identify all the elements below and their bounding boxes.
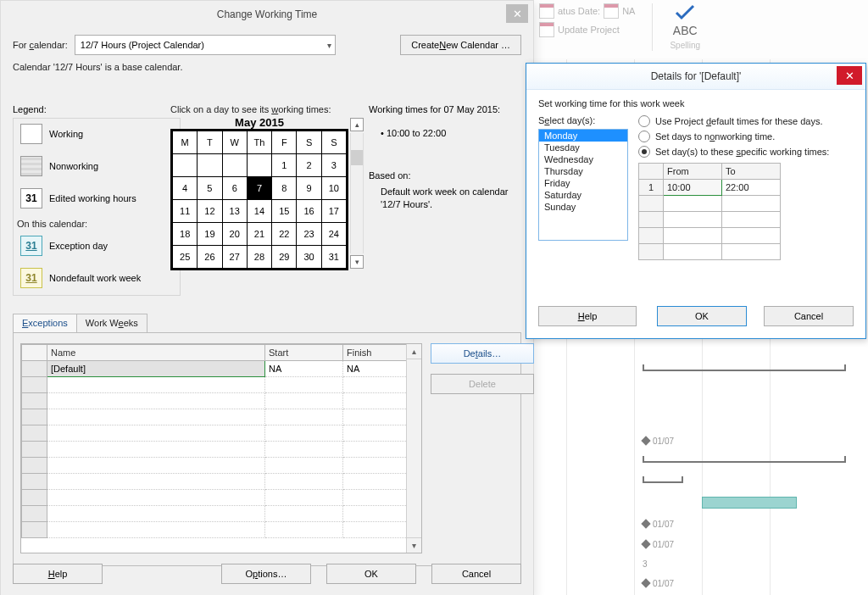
day-option[interactable]: Thursday [539, 165, 627, 177]
calendar-day[interactable]: 10 [321, 177, 346, 200]
calendar-day[interactable]: 14 [247, 200, 271, 223]
ww-name-cell[interactable] [47, 409, 265, 425]
close-icon[interactable]: ✕ [837, 66, 862, 85]
calendar-day[interactable]: 8 [272, 177, 297, 200]
options-button[interactable]: Options… [221, 564, 311, 584]
calendar-day[interactable]: 22 [272, 223, 297, 246]
calendar-day[interactable]: 15 [272, 200, 297, 223]
calendar-day[interactable]: 25 [173, 246, 198, 269]
calendar-day[interactable]: 29 [272, 246, 297, 269]
ww-start-cell[interactable] [265, 458, 343, 474]
row-selector[interactable] [22, 506, 47, 522]
day-option[interactable]: Sunday [539, 201, 627, 213]
details-help-button[interactable]: Help [538, 306, 637, 326]
ww-start-cell[interactable] [265, 474, 343, 490]
radio-use-default[interactable]: Use Project default times for these days… [638, 115, 854, 127]
calendar-day[interactable]: 13 [222, 200, 247, 223]
details-titlebar[interactable]: Details for '[Default]' ✕ [526, 64, 865, 90]
calendar-day[interactable]: 28 [247, 246, 271, 269]
calendar-day[interactable]: 20 [222, 223, 247, 246]
col-name[interactable]: Name [47, 345, 265, 361]
calendar-day[interactable]: 31 [321, 246, 346, 269]
calendar-day[interactable]: 16 [297, 200, 321, 223]
calendar-day[interactable]: 11 [173, 200, 198, 223]
for-calendar-combo[interactable]: 12/7 Hours (Project Calendar) ▾ [75, 35, 336, 55]
row-selector[interactable] [22, 361, 47, 377]
to-cell[interactable]: 22:00 [722, 180, 781, 196]
day-listbox[interactable]: MondayTuesdayWednesdayThursdayFridaySatu… [538, 129, 628, 241]
day-option[interactable]: Wednesday [539, 153, 627, 165]
calendar-day[interactable]: 3 [321, 154, 346, 177]
ww-start-cell[interactable] [265, 377, 343, 393]
scroll-up-icon[interactable]: ▴ [407, 344, 421, 359]
details-ok-button[interactable]: OK [657, 306, 747, 326]
dialog-titlebar[interactable]: Change Working Time ✕ [1, 1, 533, 28]
day-option[interactable]: Saturday [539, 189, 627, 201]
ww-start-cell[interactable] [265, 490, 343, 506]
ww-name-cell[interactable] [47, 442, 265, 458]
row-selector[interactable] [22, 490, 47, 506]
row-selector[interactable] [22, 458, 47, 474]
radio-set-nonworking[interactable]: Set days to nonworking time. [638, 131, 854, 142]
col-start[interactable]: Start [265, 345, 343, 361]
day-option[interactable]: Monday [539, 130, 627, 142]
calendar-day[interactable]: 12 [198, 200, 222, 223]
calendar-next-button[interactable]: ▾ [350, 255, 364, 269]
work-weeks-grid[interactable]: Name Start Finish [Default]NANA ▴ ▾ [20, 343, 422, 553]
row-selector[interactable] [22, 474, 47, 490]
ww-name-cell[interactable] [47, 377, 265, 393]
day-option[interactable]: Friday [539, 177, 627, 189]
help-button[interactable]: Help [13, 564, 103, 584]
calendar-day[interactable]: 19 [198, 223, 222, 246]
row-selector[interactable] [22, 377, 47, 393]
spelling-group[interactable]: ABC Spelling [670, 3, 700, 50]
ww-start-cell[interactable] [265, 409, 343, 425]
ww-name-cell[interactable] [47, 458, 265, 474]
calendar-day[interactable]: 17 [321, 200, 346, 223]
calendar-day[interactable]: 9 [297, 177, 321, 200]
calendar-day[interactable]: 21 [247, 223, 271, 246]
calendar-day[interactable]: 7 [247, 177, 271, 200]
calendar-day[interactable]: 4 [173, 177, 198, 200]
calendar-day[interactable]: 24 [321, 223, 346, 246]
details-button[interactable]: Details… [431, 343, 534, 364]
radio-set-specific[interactable]: Set day(s) to these specific working tim… [638, 146, 854, 158]
grid-scrollbar[interactable]: ▴ ▾ [406, 344, 421, 553]
ww-start-cell[interactable] [265, 506, 343, 522]
row-selector[interactable] [22, 393, 47, 409]
calendar-day[interactable]: 5 [198, 177, 222, 200]
close-icon[interactable]: ✕ [506, 4, 528, 23]
calendar-scrollbar[interactable] [350, 133, 364, 253]
ww-start-cell[interactable] [265, 442, 343, 458]
row-selector[interactable] [22, 409, 47, 425]
calendar-day[interactable]: 27 [222, 246, 247, 269]
from-cell[interactable]: 10:00 [664, 180, 722, 196]
calendar-day[interactable]: 18 [173, 223, 198, 246]
ww-name-cell[interactable] [47, 393, 265, 409]
calendar-day[interactable]: 2 [297, 154, 321, 177]
row-selector[interactable] [22, 442, 47, 458]
ww-start-cell[interactable] [265, 393, 343, 409]
calendar-day[interactable]: 23 [297, 223, 321, 246]
ww-name-cell[interactable] [47, 522, 265, 538]
ww-name-cell[interactable] [47, 474, 265, 490]
day-option[interactable]: Tuesday [539, 142, 627, 153]
tab-work-weeks[interactable]: Work Weeks [76, 314, 147, 333]
ww-start-cell[interactable] [265, 425, 343, 442]
calendar-day[interactable]: 1 [272, 154, 297, 177]
row-selector[interactable] [22, 522, 47, 538]
working-times-table[interactable]: FromTo 1 10:00 22:00 [638, 163, 781, 260]
ww-name-cell[interactable] [47, 490, 265, 506]
calendar-day[interactable]: 26 [198, 246, 222, 269]
create-new-calendar-button[interactable]: Create New Calendar … [400, 35, 521, 55]
tab-exceptions[interactable]: Exceptions [13, 314, 77, 333]
ww-start-cell[interactable] [265, 522, 343, 538]
row-selector[interactable] [22, 425, 47, 442]
cancel-button[interactable]: Cancel [431, 564, 521, 584]
scroll-down-icon[interactable]: ▾ [407, 537, 421, 553]
calendar-prev-button[interactable]: ▴ [350, 118, 364, 131]
ww-name-cell[interactable] [47, 425, 265, 442]
details-cancel-button[interactable]: Cancel [764, 306, 854, 326]
ok-button[interactable]: OK [326, 564, 416, 584]
calendar-day[interactable]: 30 [297, 246, 321, 269]
